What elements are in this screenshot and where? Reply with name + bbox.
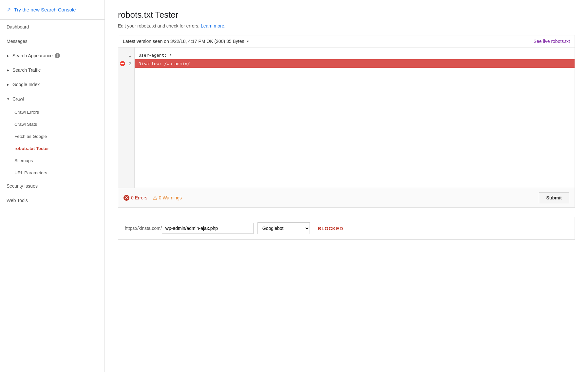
line-number-2: ⛔ 2	[118, 59, 134, 68]
learn-more-link[interactable]: Learn more.	[201, 23, 225, 28]
info-icon: i	[55, 53, 60, 58]
arrow-right-icon: ►	[7, 54, 10, 58]
code-editor: 1 ⛔ 2 User-agent: * Disallow: /wp-admin/	[118, 47, 575, 188]
version-dropdown-icon[interactable]: ▼	[246, 40, 249, 43]
errors-count: 0 Errors	[131, 195, 147, 200]
sidebar-item-google-index[interactable]: ► Google Index	[0, 77, 104, 92]
sidebar-sub-sitemaps[interactable]: Sitemaps	[0, 155, 104, 167]
line-numbers-gutter: 1 ⛔ 2	[118, 47, 135, 188]
blocked-status-badge: BLOCKED	[318, 226, 343, 231]
sidebar-item-search-traffic[interactable]: ► Search Traffic	[0, 63, 104, 77]
try-new-search-console-label: Try the new Search Console	[14, 7, 76, 12]
arrow-right-icon: ►	[7, 83, 10, 86]
sidebar-item-messages[interactable]: Messages	[0, 34, 104, 48]
url-test-bar: https://kinsta.com/ Googlebot Googlebot-…	[118, 217, 575, 240]
external-link-icon: ↗	[7, 7, 11, 13]
arrow-down-icon: ▼	[7, 97, 10, 101]
version-bar: Latest version seen on 3/22/18, 4:17 PM …	[118, 35, 575, 47]
url-prefix-label: https://kinsta.com/	[125, 226, 162, 231]
page-title: robots.txt Tester	[118, 10, 575, 20]
error-badge-icon: ✕	[123, 195, 129, 201]
arrow-right-icon: ►	[7, 68, 10, 72]
see-live-robots-link[interactable]: See live robots.txt	[534, 39, 570, 44]
sidebar-item-security-issues[interactable]: Security Issues	[0, 179, 104, 193]
sidebar-sub-url-parameters[interactable]: URL Parameters	[0, 167, 104, 179]
main-content: robots.txt Tester Edit your robots.txt a…	[105, 0, 588, 372]
sidebar-item-web-tools[interactable]: Web Tools	[0, 193, 104, 208]
sidebar-sub-crawl-stats[interactable]: Crawl Stats	[0, 118, 104, 130]
line-number-1: 1	[118, 51, 134, 59]
version-text: Latest version seen on 3/22/18, 4:17 PM …	[123, 39, 244, 44]
sidebar-item-crawl[interactable]: ▼ Crawl	[0, 92, 104, 106]
error-indicator-icon: ⛔	[120, 61, 125, 66]
sidebar-sub-crawl-errors[interactable]: Crawl Errors	[0, 106, 104, 118]
warning-badge-icon: ⚠	[153, 195, 157, 201]
warnings-badge: ⚠ 0 Warnings	[153, 195, 182, 201]
submit-button[interactable]: Submit	[539, 192, 569, 203]
editor-footer: ✕ 0 Errors ⚠ 0 Warnings Submit	[118, 188, 575, 208]
sidebar-sub-robots-txt-tester[interactable]: robots.txt Tester	[0, 142, 104, 155]
sidebar-item-search-appearance[interactable]: ► Search Appearance i	[0, 48, 104, 63]
url-test-input[interactable]	[162, 223, 254, 234]
sidebar-item-dashboard[interactable]: Dashboard	[0, 20, 104, 34]
page-description: Edit your robots.txt and check for error…	[118, 23, 575, 28]
warnings-count: 0 Warnings	[159, 195, 182, 200]
code-line-1: User-agent: *	[135, 51, 575, 59]
try-new-search-console-link[interactable]: ↗ Try the new Search Console	[0, 0, 104, 20]
errors-badge: ✕ 0 Errors	[123, 195, 147, 201]
sidebar-sub-fetch-as-google[interactable]: Fetch as Google	[0, 130, 104, 142]
code-content-area[interactable]: User-agent: * Disallow: /wp-admin/	[135, 47, 575, 188]
version-info-left: Latest version seen on 3/22/18, 4:17 PM …	[123, 39, 249, 44]
bot-selector[interactable]: Googlebot Googlebot-Image Googlebot-News…	[257, 222, 310, 234]
sidebar: ↗ Try the new Search Console Dashboard M…	[0, 0, 105, 372]
code-line-2: Disallow: /wp-admin/	[135, 59, 575, 68]
error-warning-bar: ✕ 0 Errors ⚠ 0 Warnings	[123, 195, 182, 201]
